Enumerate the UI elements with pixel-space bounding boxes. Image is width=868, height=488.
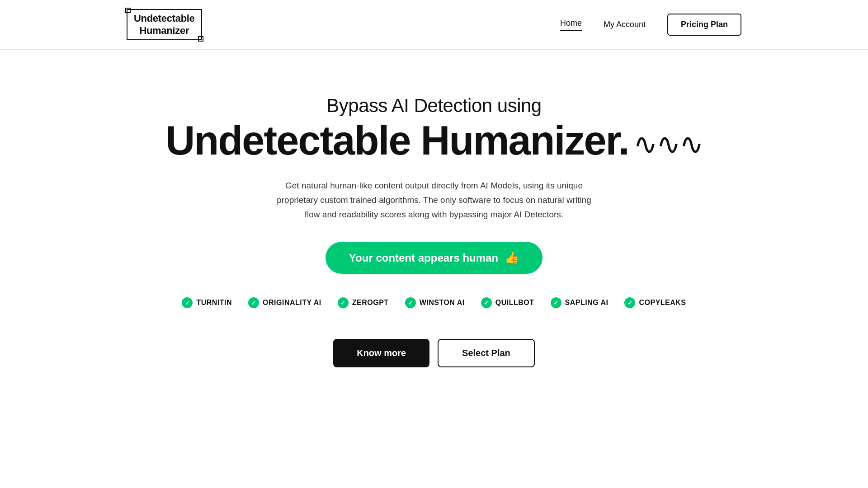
action-buttons: Know more Select Plan	[333, 339, 535, 367]
logo-text: Undetectable Humanizer	[134, 13, 195, 37]
hero-description: Get natural human-like content output di…	[271, 178, 597, 222]
badge-label-copyleaks: COPYLEAKS	[639, 299, 686, 307]
hero-title-row: Undetectable Humanizer. ∿∿∿	[165, 119, 702, 162]
squiggle-decoration: ∿∿∿	[633, 130, 703, 159]
hero-subtitle: Bypass AI Detection using	[326, 95, 541, 117]
check-icon-quillbot: ✓	[481, 297, 492, 308]
badge-winston-ai: ✓ WINSTON AI	[405, 297, 465, 308]
nav-link-home[interactable]: Home	[560, 19, 582, 31]
check-icon-zerogpt: ✓	[338, 297, 349, 308]
select-plan-button[interactable]: Select Plan	[438, 339, 535, 367]
thumbs-up-icon: 👍	[505, 251, 519, 265]
hero-cta-button[interactable]: Your content appears human 👍	[326, 242, 542, 274]
badge-label-quillbot: QUILLBOT	[495, 299, 534, 307]
badge-label-turnitin: TURNITIN	[196, 299, 232, 307]
badge-quillbot: ✓ QUILLBOT	[481, 297, 534, 308]
logo[interactable]: Undetectable Humanizer	[127, 9, 202, 40]
badge-label-winston-ai: WINSTON AI	[420, 299, 465, 307]
hero-cta-label: Your content appears human	[349, 252, 498, 264]
badge-zerogpt: ✓ ZEROGPT	[338, 297, 389, 308]
badge-label-zerogpt: ZEROGPT	[352, 299, 389, 307]
check-icon-winston-ai: ✓	[405, 297, 416, 308]
nav-links: Home My Account Pricing Plan	[560, 14, 741, 36]
check-icon-turnitin: ✓	[182, 297, 193, 308]
badges-row: ✓ TURNITIN ✓ ORIGINALITY AI ✓ ZEROGPT ✓ …	[182, 297, 686, 308]
know-more-button[interactable]: Know more	[333, 339, 429, 367]
badge-originality-ai: ✓ ORIGINALITY AI	[248, 297, 321, 308]
badge-copyleaks: ✓ COPYLEAKS	[624, 297, 686, 308]
hero-section: Bypass AI Detection using Undetectable H…	[0, 50, 868, 404]
badge-label-originality-ai: ORIGINALITY AI	[263, 299, 321, 307]
check-icon-copyleaks: ✓	[624, 297, 635, 308]
pricing-plan-button[interactable]: Pricing Plan	[667, 14, 741, 36]
badge-turnitin: ✓ TURNITIN	[182, 297, 232, 308]
badge-label-sapling-ai: SAPLING AI	[565, 299, 609, 307]
check-icon-originality-ai: ✓	[248, 297, 259, 308]
hero-title: Undetectable Humanizer.	[165, 119, 628, 162]
navbar: Undetectable Humanizer Home My Account P…	[0, 0, 868, 50]
nav-link-my-account[interactable]: My Account	[604, 20, 646, 29]
check-icon-sapling-ai: ✓	[551, 297, 561, 308]
logo-box: Undetectable Humanizer	[127, 9, 202, 40]
badge-sapling-ai: ✓ SAPLING AI	[551, 297, 609, 308]
